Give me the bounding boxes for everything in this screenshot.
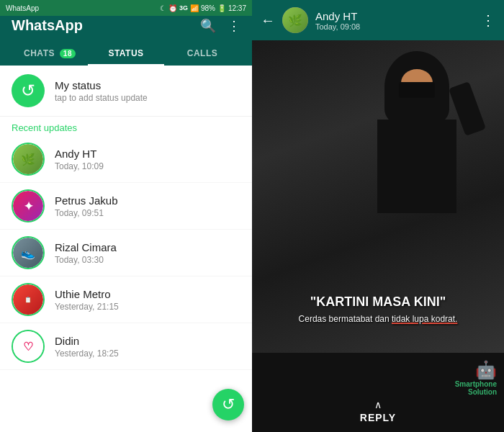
list-item[interactable]: 📋 Uthie Metro Yesterday, 21:15: [0, 276, 252, 323]
clock: 12:37: [228, 4, 246, 12]
fab-icon: ↺: [222, 395, 235, 414]
chat-contact-info: Andy HT Today, 09:08: [315, 10, 474, 31]
tab-chats-label: CHATS: [24, 48, 55, 58]
wa-header-top: WhatsApp 🔍 ⋮: [12, 17, 240, 41]
tab-calls[interactable]: CALLS: [164, 41, 240, 66]
contact-time: Yesterday, 21:15: [55, 302, 240, 312]
tab-chats-badge: 18: [60, 49, 76, 58]
meme-subtitle-text1: Cerdas bermatabat dan: [299, 314, 392, 324]
body: [377, 120, 456, 213]
list-item[interactable]: 🌿 Andy HT Today, 10:09: [0, 136, 252, 183]
contact-info: Uthie Metro Yesterday, 21:15: [55, 288, 240, 312]
chat-body: "KARTINI MASA KINI" Cerdas bermatabat da…: [252, 40, 504, 432]
chat-more-options[interactable]: ⋮: [481, 12, 495, 29]
my-status-icon: ↺: [12, 74, 45, 107]
my-status-item[interactable]: ↺ My status tap to add status update: [0, 66, 252, 117]
veil: [399, 82, 435, 98]
status-bar-left: WhatsApp: [6, 4, 39, 12]
watermark: 🤖 Smartphone Solution: [455, 360, 497, 396]
watermark-text2: Solution: [468, 388, 497, 396]
recent-updates-label: Recent updates: [0, 117, 252, 136]
meme-image-area: "KARTINI MASA KINI" Cerdas bermatabat da…: [252, 40, 504, 353]
contact-info: Petrus Jakub Today, 09:51: [55, 194, 240, 218]
chevron-up-icon: ∧: [374, 399, 382, 410]
contact-name: Petrus Jakub: [55, 194, 240, 207]
reply-area[interactable]: ∧ REPLY: [360, 399, 396, 423]
whatsapp-status-label: WhatsApp: [6, 4, 39, 12]
chat-contact-name: Andy HT: [315, 10, 474, 22]
avatar: 👟: [12, 236, 45, 269]
contact-info: Rizal Cimara Today, 03:30: [55, 241, 240, 265]
avatar: ♡: [12, 330, 45, 363]
avatar-icon-petrus: ✦: [24, 199, 33, 213]
tab-chats[interactable]: CHATS 18: [12, 41, 88, 66]
alarm-icon: ⏰: [168, 4, 177, 12]
more-options-icon[interactable]: ⋮: [228, 18, 240, 34]
contact-name: Uthie Metro: [55, 288, 240, 300]
avatar: 📋: [12, 283, 45, 316]
search-icon[interactable]: 🔍: [200, 18, 216, 34]
contact-time: Yesterday, 18:25: [55, 348, 240, 359]
meme-text-overlay: "KARTINI MASA KINI" Cerdas bermatabat da…: [252, 294, 504, 324]
contact-time: Today, 10:09: [55, 161, 240, 171]
reply-button[interactable]: REPLY: [360, 412, 396, 423]
contact-name: Andy HT: [55, 148, 240, 160]
chat-bottom-area: 🤖 Smartphone Solution ∧ REPLY: [252, 353, 504, 432]
back-button[interactable]: ←: [261, 12, 275, 29]
meme-subtitle-underlined: tidak lupa kodrat.: [392, 314, 457, 324]
status-bar: WhatsApp ☾ ⏰ 3G 📶 98% 🔋 12:37: [0, 0, 252, 16]
network-3g: 3G: [179, 4, 188, 12]
right-panel: ← 🌿 Andy HT Today, 09:08 ⋮: [252, 0, 504, 432]
list-item[interactable]: ♡ Didin Yesterday, 18:25: [0, 323, 252, 370]
add-status-icon: ↺: [21, 81, 35, 101]
header-icons: 🔍 ⋮: [200, 18, 240, 34]
meme-subtitle: Cerdas bermatabat dan tidak lupa kodrat.: [259, 314, 497, 324]
chat-avatar: 🌿: [282, 7, 308, 33]
chat-contact-time: Today, 09:08: [315, 22, 474, 31]
contact-info: Andy HT Today, 10:09: [55, 148, 240, 171]
avatar-icon-andyht: 🌿: [21, 153, 35, 166]
contact-name: Didin: [55, 335, 240, 347]
list-item[interactable]: 👟 Rizal Cimara Today, 03:30: [0, 230, 252, 276]
avatar: ✦: [12, 189, 45, 222]
list-item[interactable]: ✦ Petrus Jakub Today, 09:51: [0, 183, 252, 230]
status-bar-right: ☾ ⏰ 3G 📶 98% 🔋 12:37: [160, 4, 246, 12]
tabs: CHATS 18 STATUS CALLS: [12, 41, 240, 66]
my-status-sub: tap to add status update: [55, 93, 148, 103]
avatar-icon-rizal: 👟: [21, 246, 35, 260]
tab-status-label: STATUS: [108, 48, 143, 58]
left-panel: WhatsApp ☾ ⏰ 3G 📶 98% 🔋 12:37 WhatsApp 🔍…: [0, 0, 252, 432]
avatar: 🌿: [12, 143, 45, 176]
signal-icon: 📶: [190, 4, 199, 12]
my-status-name: My status: [55, 79, 148, 91]
avatar-icon-didin: ♡: [23, 340, 33, 354]
watermark-text1: Smartphone: [455, 380, 497, 388]
contact-name: Rizal Cimara: [55, 241, 240, 253]
android-robot-icon: 🤖: [455, 360, 497, 380]
contact-info: Didin Yesterday, 18:25: [55, 335, 240, 359]
chat-header: ← 🌿 Andy HT Today, 09:08 ⋮: [252, 0, 504, 40]
meme-background: "KARTINI MASA KINI" Cerdas bermatabat da…: [252, 40, 504, 353]
tab-status[interactable]: STATUS: [88, 41, 164, 66]
meme-title: "KARTINI MASA KINI": [259, 294, 497, 310]
tab-calls-label: CALLS: [187, 48, 218, 58]
contact-time: Today, 03:30: [55, 255, 240, 265]
chat-avatar-icon: 🌿: [288, 14, 302, 27]
avatar-icon-uthie: 📋: [24, 297, 32, 304]
fab-button[interactable]: ↺: [212, 389, 244, 420]
moon-icon: ☾: [160, 4, 166, 12]
contact-time: Today, 09:51: [55, 208, 240, 218]
app-title: WhatsApp: [12, 17, 83, 34]
battery-level: 98%: [201, 4, 215, 12]
battery-icon: 🔋: [217, 4, 226, 12]
my-status-info: My status tap to add status update: [55, 79, 148, 103]
contact-list: 🌿 Andy HT Today, 10:09 ✦ Petrus Jakub To…: [0, 136, 252, 432]
